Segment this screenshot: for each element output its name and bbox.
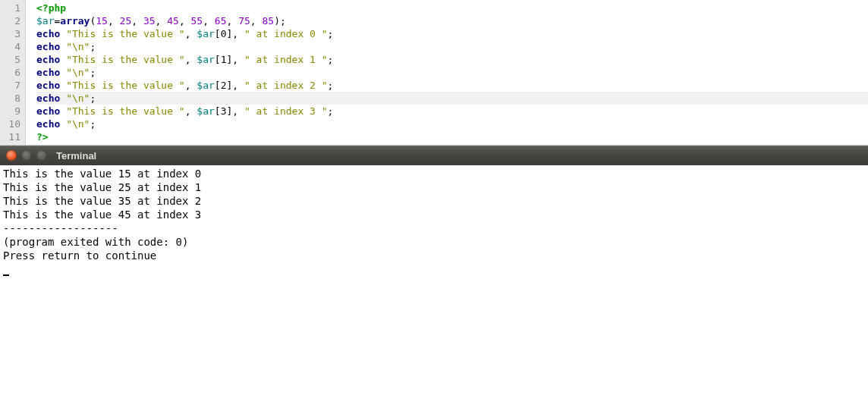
punct: , [232, 105, 244, 117]
number: 65 [215, 15, 227, 27]
number: 15 [96, 15, 108, 27]
variable: $ar [197, 28, 214, 39]
string: " at index 1 " [244, 54, 328, 65]
number: 55 [191, 15, 203, 27]
line-number: 8 [0, 92, 25, 105]
terminal-line: Press return to continue [3, 249, 865, 262]
code-line[interactable]: echo "\n"; [36, 40, 868, 53]
punct: , [179, 15, 191, 27]
php-close-tag: ?> [36, 131, 49, 143]
punct: ; [90, 67, 96, 78]
maximize-icon[interactable] [36, 150, 47, 161]
keyword: array [60, 15, 90, 27]
terminal-line: This is the value 15 at index 0 [3, 167, 865, 180]
code-editor[interactable]: 1 2 3 4 5 6 7 8 9 10 11 <?php $ar=array(… [0, 0, 868, 146]
punct: , [156, 15, 168, 27]
punct: ; [328, 28, 334, 39]
punct: , [185, 28, 197, 39]
code-line[interactable]: echo "This is the value ", $ar[3], " at … [36, 105, 868, 118]
punct: , [131, 15, 143, 27]
code-line[interactable]: echo "\n"; [36, 92, 868, 105]
variable: $ar [36, 15, 54, 27]
line-number: 2 [0, 14, 25, 27]
punct: , [227, 15, 239, 27]
keyword: echo [36, 28, 60, 39]
line-number: 1 [0, 2, 25, 14]
code-line[interactable]: echo "\n"; [36, 118, 868, 130]
punct: , [232, 80, 244, 91]
terminal-cursor-line[interactable] [3, 262, 865, 276]
php-open-tag: <?php [36, 2, 66, 14]
keyword: echo [36, 118, 60, 130]
minimize-icon[interactable] [21, 150, 32, 161]
line-number: 10 [0, 118, 25, 130]
keyword: echo [36, 105, 60, 117]
string: "\n" [66, 92, 90, 104]
terminal-title: Terminal [56, 150, 96, 161]
punct: , [232, 28, 244, 39]
variable: $ar [197, 105, 214, 117]
string: "\n" [66, 118, 90, 130]
code-line[interactable]: echo "This is the value ", $ar[1], " at … [36, 53, 868, 66]
keyword: echo [36, 92, 60, 104]
code-line[interactable]: ?> [36, 130, 868, 143]
punct: ; [90, 41, 96, 52]
punct: [3] [215, 105, 232, 117]
line-number-gutter: 1 2 3 4 5 6 7 8 9 10 11 [0, 0, 26, 145]
code-line[interactable]: <?php [36, 2, 868, 14]
terminal-line: This is the value 35 at index 2 [3, 194, 865, 208]
string: "This is the value " [66, 54, 185, 65]
number: 25 [120, 15, 132, 27]
number: 35 [143, 15, 156, 27]
line-number: 9 [0, 105, 25, 118]
terminal-output[interactable]: This is the value 15 at index 0 This is … [0, 165, 868, 417]
variable: $ar [197, 80, 214, 91]
number: 85 [262, 15, 274, 27]
punct: ; [328, 80, 334, 91]
punct: ; [328, 54, 334, 65]
line-number: 11 [0, 130, 25, 143]
variable: $ar [197, 54, 214, 65]
keyword: echo [36, 80, 60, 91]
line-number: 7 [0, 79, 25, 92]
terminal-titlebar[interactable]: Terminal [0, 146, 868, 165]
code-line[interactable]: echo "This is the value ", $ar[2], " at … [36, 79, 868, 92]
string: " at index 2 " [244, 80, 328, 91]
code-area[interactable]: <?php $ar=array(15, 25, 35, 45, 55, 65, … [26, 0, 868, 145]
keyword: echo [36, 67, 60, 78]
line-number: 5 [0, 53, 25, 66]
punct: [1] [215, 54, 232, 65]
punct: ; [90, 92, 96, 104]
line-number: 3 [0, 27, 25, 40]
punct: ); [274, 15, 286, 27]
punct: , [108, 15, 120, 27]
punct: , [185, 105, 197, 117]
terminal-line: ------------------ [3, 221, 865, 235]
string: " at index 0 " [244, 28, 328, 39]
keyword: echo [36, 54, 60, 65]
string: "This is the value " [66, 80, 185, 91]
code-line[interactable]: echo "\n"; [36, 66, 868, 79]
punct: , [185, 54, 197, 65]
terminal-window: Terminal This is the value 15 at index 0… [0, 146, 868, 417]
close-icon[interactable] [6, 150, 17, 161]
punct: , [203, 15, 215, 27]
punct: [0] [215, 28, 232, 39]
code-line[interactable]: $ar=array(15, 25, 35, 45, 55, 65, 75, 85… [36, 14, 868, 27]
punct: , [250, 15, 263, 27]
string: "\n" [66, 41, 90, 52]
line-number: 6 [0, 66, 25, 79]
line-number: 4 [0, 40, 25, 53]
string: "This is the value " [66, 28, 185, 39]
string: "This is the value " [66, 105, 185, 117]
cursor-icon [3, 265, 9, 276]
keyword: echo [36, 41, 60, 52]
punct: ; [328, 105, 334, 117]
terminal-line: This is the value 45 at index 3 [3, 208, 865, 221]
terminal-line: (program exited with code: 0) [3, 235, 865, 249]
punct: , [185, 80, 197, 91]
punct: , [232, 54, 244, 65]
string: "\n" [66, 67, 90, 78]
code-line[interactable]: echo "This is the value ", $ar[0], " at … [36, 27, 868, 40]
punct: [2] [215, 80, 232, 91]
